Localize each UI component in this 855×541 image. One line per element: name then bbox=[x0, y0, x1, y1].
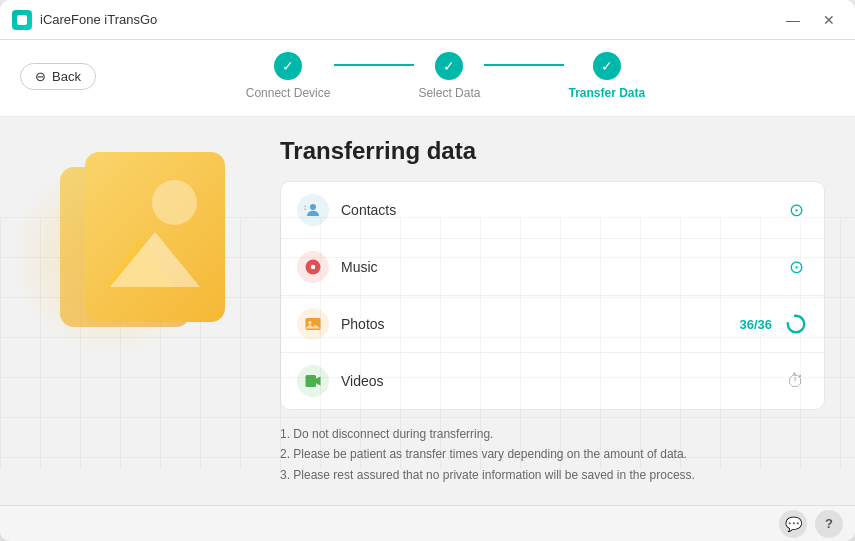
transfer-item-contacts: Contacts ⊙ bbox=[281, 182, 824, 239]
svg-point-7 bbox=[788, 316, 805, 333]
videos-icon bbox=[297, 365, 329, 397]
illus-triangle bbox=[110, 232, 200, 287]
transfer-item-music: Music ⊙ bbox=[281, 239, 824, 296]
step-connect-circle: ✓ bbox=[274, 52, 302, 80]
titlebar-controls: — ✕ bbox=[779, 10, 843, 30]
photos-progress: 36/36 bbox=[739, 317, 772, 332]
step-transfer: ✓ Transfer Data bbox=[568, 52, 645, 100]
music-icon bbox=[297, 251, 329, 283]
titlebar: iCareFone iTransGo — ✕ bbox=[0, 0, 855, 40]
help-button[interactable]: ? bbox=[815, 510, 843, 538]
illus-front-card bbox=[85, 152, 225, 322]
notes-section: 1. Do not disconnect during transferring… bbox=[280, 424, 825, 485]
bottom-bar: 💬 ? bbox=[0, 505, 855, 541]
right-content: Transferring data Contacts ⊙ bbox=[280, 137, 825, 485]
app-window: iCareFone iTransGo — ✕ ⊖ Back ✓ Connect … bbox=[0, 0, 855, 541]
note-1: 1. Do not disconnect during transferring… bbox=[280, 424, 825, 444]
transfer-item-photos: Photos 36/36 bbox=[281, 296, 824, 353]
transfer-item-videos: Videos ⏱ bbox=[281, 353, 824, 409]
minimize-button[interactable]: — bbox=[779, 10, 807, 30]
titlebar-left: iCareFone iTransGo bbox=[12, 10, 157, 30]
note-3: 3. Please rest assured that no private i… bbox=[280, 465, 825, 485]
step-connect-label: Connect Device bbox=[246, 86, 331, 100]
illus-circle bbox=[152, 180, 197, 225]
step-transfer-circle: ✓ bbox=[593, 52, 621, 80]
connector-1 bbox=[334, 64, 414, 66]
back-icon: ⊖ bbox=[35, 69, 46, 84]
back-label: Back bbox=[52, 69, 81, 84]
chat-icon: 💬 bbox=[785, 516, 802, 532]
app-icon bbox=[12, 10, 32, 30]
step-select: ✓ Select Data bbox=[418, 52, 480, 100]
note-2: 2. Please be patient as transfer times v… bbox=[280, 444, 825, 464]
step-transfer-label: Transfer Data bbox=[568, 86, 645, 100]
contacts-label: Contacts bbox=[341, 202, 772, 218]
step-select-circle: ✓ bbox=[435, 52, 463, 80]
contacts-icon bbox=[297, 194, 329, 226]
videos-label: Videos bbox=[341, 373, 772, 389]
music-label: Music bbox=[341, 259, 772, 275]
close-button[interactable]: ✕ bbox=[815, 10, 843, 30]
header: ⊖ Back ✓ Connect Device ✓ Select Data ✓ … bbox=[0, 40, 855, 117]
svg-rect-8 bbox=[306, 375, 317, 387]
svg-point-0 bbox=[310, 204, 316, 210]
connector-2 bbox=[484, 64, 564, 66]
steps-container: ✓ Connect Device ✓ Select Data ✓ Transfe… bbox=[136, 52, 755, 100]
svg-point-4 bbox=[311, 265, 316, 270]
transfer-list: Contacts ⊙ Music ⊙ bbox=[280, 181, 825, 410]
help-icon: ? bbox=[825, 516, 833, 531]
svg-rect-1 bbox=[304, 206, 306, 208]
chat-button[interactable]: 💬 bbox=[779, 510, 807, 538]
photos-label: Photos bbox=[341, 316, 723, 332]
main-content: Transferring data Contacts ⊙ bbox=[0, 117, 855, 505]
music-status: ⊙ bbox=[784, 255, 808, 279]
app-title: iCareFone iTransGo bbox=[40, 12, 157, 27]
videos-status: ⏱ bbox=[784, 369, 808, 393]
illustration bbox=[30, 137, 250, 485]
svg-rect-2 bbox=[304, 209, 306, 211]
photos-status bbox=[784, 312, 808, 336]
page-title: Transferring data bbox=[280, 137, 825, 165]
back-button[interactable]: ⊖ Back bbox=[20, 63, 96, 90]
step-select-label: Select Data bbox=[418, 86, 480, 100]
svg-point-6 bbox=[309, 321, 312, 324]
step-connect: ✓ Connect Device bbox=[246, 52, 331, 100]
contacts-status: ⊙ bbox=[784, 198, 808, 222]
photos-icon bbox=[297, 308, 329, 340]
